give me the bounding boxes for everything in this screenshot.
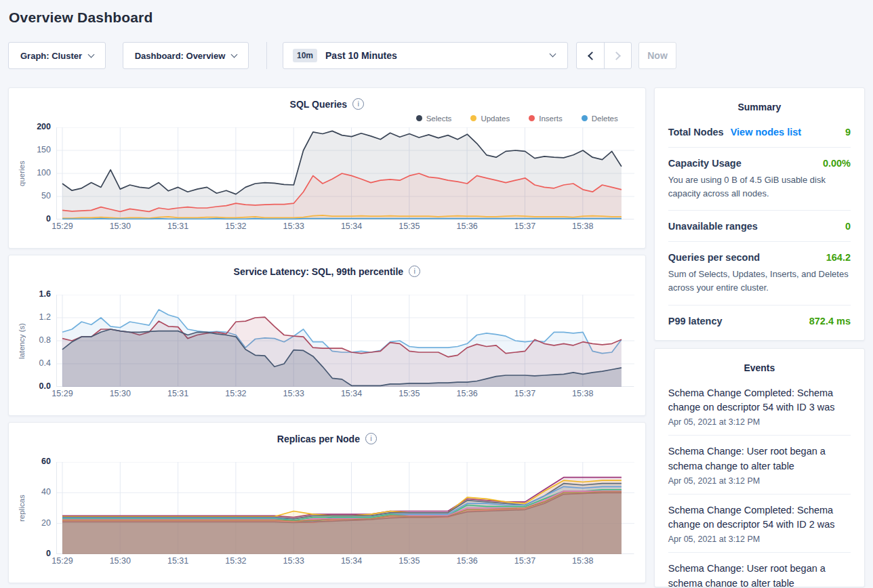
legend-item-deletes: Deletes [582,114,618,123]
x-tick-label: 15:37 [514,222,535,231]
x-tick-label: 15:29 [52,222,73,231]
x-tick-label: 15:34 [341,222,362,231]
x-tick-label: 15:38 [572,556,593,566]
legend-dot-icon [582,115,588,121]
summary-label: Total Nodes [668,127,724,138]
x-tick-label: 15:31 [167,222,188,231]
event-message: Schema Change: User root began a schema … [668,562,851,587]
now-button[interactable]: Now [638,42,676,69]
summary-value: 0.00% [823,158,851,169]
graph-scope-label: Graph: Cluster [20,51,82,61]
chart-legend [9,444,645,461]
x-tick-label: 15:30 [110,222,131,231]
summary-row: P99 latency872.4 ms [668,306,851,336]
chevron-down-icon [88,51,95,58]
legend-item-selects: Selects [416,114,452,123]
summary-label: Capacity Usage [668,158,742,169]
summary-label: P99 latency [668,316,723,327]
x-tick-label: 15:35 [399,222,420,231]
dashboard-select-label: Dashboard: Overview [135,51,226,61]
event-item: Schema Change: User root began a schema … [668,553,851,587]
controls-divider [266,42,267,69]
info-icon[interactable]: i [409,266,420,277]
chart-card-service-latency: Service Latency: SQL, 99th percentile i … [8,255,646,416]
dashboard-select-dropdown[interactable]: Dashboard: Overview [123,42,249,69]
summary-rows: Total NodesView nodes list9Capacity Usag… [668,117,851,336]
x-tick-label: 15:36 [457,556,478,566]
legend-item-inserts: Inserts [529,114,563,123]
legend-label: Selects [426,114,452,123]
y-tick-label: 150 [37,145,51,154]
x-tick-label: 15:31 [167,389,188,398]
x-tick-label: 15:38 [572,222,593,231]
summary-label: Unavailable ranges [668,221,758,232]
y-tick-label: 0.4 [39,358,51,368]
summary-value: 164.2 [826,252,851,263]
side-column: Summary Total NodesView nodes list9Capac… [654,87,865,587]
chevron-left-icon [588,51,596,60]
graph-scope-dropdown[interactable]: Graph: Cluster [8,42,106,69]
legend-dot-icon [470,115,476,121]
event-timestamp: Apr 05, 2021 at 3:12 PM [668,476,851,486]
summary-panel: Summary Total NodesView nodes list9Capac… [654,87,865,341]
x-axis-ticks: 15:2915:3015:3115:3215:3315:3415:3515:36… [57,222,634,234]
time-range-dropdown[interactable]: 10m Past 10 Minutes [283,42,568,69]
summary-title: Summary [668,102,851,112]
events-title: Events [668,362,851,373]
service-latency-plot[interactable]: 15:2915:3015:3115:3215:3315:3415:3515:36… [56,295,634,387]
chart-title: Replicas per Node [277,434,360,444]
y-tick-label: 1.2 [39,312,51,322]
y-tick-label: 1.6 [39,289,51,299]
page-title: Overview Dashboard [9,9,873,26]
legend-label: Inserts [539,114,563,123]
x-tick-label: 15:33 [283,556,304,566]
legend-dot-icon [416,115,422,121]
view-nodes-list-link[interactable]: View nodes list [731,127,802,138]
chevron-down-icon [231,51,238,58]
y-tick-label: 40 [41,487,51,497]
time-range-badge: 10m [293,49,317,62]
y-axis-label: replicas [16,462,28,554]
chart-card-replicas-per-node: Replicas per Node i replicas 0204060 15:… [8,422,646,583]
summary-description: You are using 0 B of 4.5 GiB usable disk… [668,173,851,201]
event-message: Schema Change Completed: Schema change o… [668,386,851,416]
y-tick-label: 0 [46,214,51,224]
event-message: Schema Change Completed: Schema change o… [668,503,851,533]
x-axis-ticks: 15:2915:3015:3115:3215:3315:3415:3515:36… [57,389,634,401]
chart-legend: SelectsUpdatesInsertsDeletes [9,110,645,127]
legend-label: Updates [481,114,510,123]
legend-label: Deletes [592,114,618,123]
y-tick-label: 0.8 [39,335,51,345]
charts-column: SQL Queries i SelectsUpdatesInsertsDelet… [8,87,646,583]
summary-value: 872.4 ms [809,316,851,327]
time-forward-button[interactable] [604,43,631,68]
x-axis-ticks: 15:2915:3015:3115:3215:3315:3415:3515:36… [57,556,634,568]
x-tick-label: 15:29 [52,389,73,398]
summary-description: Sum of Selects, Updates, Inserts, and De… [668,268,851,295]
events-panel: Events Schema Change Completed: Schema c… [654,348,865,587]
main-content: SQL Queries i SelectsUpdatesInsertsDelet… [8,87,865,587]
x-tick-label: 15:29 [52,556,73,566]
event-timestamp: Apr 05, 2021 at 3:12 PM [668,417,851,427]
time-range-label: Past 10 Minutes [325,50,397,61]
y-axis-ticks: 0204060 [28,462,56,554]
sql-queries-plot[interactable]: 15:2915:3015:3115:3215:3315:3415:3515:36… [56,127,634,219]
x-tick-label: 15:33 [283,389,304,398]
event-item: Schema Change Completed: Schema change o… [668,495,851,553]
legend-dot-icon [529,115,535,121]
y-axis-ticks: 0.00.40.81.21.6 [28,295,56,387]
info-icon[interactable]: i [352,98,364,110]
x-tick-label: 15:31 [167,556,188,566]
event-timestamp: Apr 05, 2021 at 3:12 PM [668,534,851,544]
chevron-down-icon [550,51,556,58]
x-tick-label: 15:35 [399,556,420,566]
x-tick-label: 15:34 [341,556,362,566]
y-axis-label: queries [16,127,28,219]
time-back-button[interactable] [577,43,604,68]
replicas-per-node-plot[interactable]: 15:2915:3015:3115:3215:3315:3415:3515:36… [56,462,634,554]
x-tick-label: 15:36 [457,389,478,398]
summary-row: Unavailable ranges0 [668,211,851,242]
time-pager [576,42,632,69]
info-icon[interactable]: i [365,433,377,444]
y-axis-label: latency (s) [16,295,28,387]
